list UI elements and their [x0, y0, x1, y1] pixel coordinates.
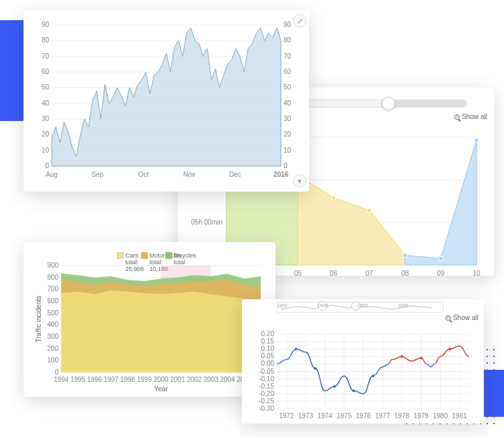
- svg-text:90: 90: [42, 21, 50, 28]
- svg-text:0.15: 0.15: [261, 337, 275, 345]
- svg-text:40: 40: [42, 100, 50, 107]
- svg-text:0: 0: [45, 162, 49, 169]
- svg-text:1998: 1998: [120, 376, 136, 383]
- svg-point-147: [448, 348, 451, 350]
- svg-text:Oct: Oct: [138, 171, 149, 178]
- svg-point-140: [295, 348, 298, 350]
- svg-text:1978: 1978: [394, 412, 410, 420]
- svg-text:Year: Year: [154, 385, 168, 393]
- svg-text:-0.30: -0.30: [259, 405, 274, 412]
- svg-text:40: 40: [284, 100, 292, 107]
- svg-text:50: 50: [42, 83, 50, 91]
- svg-text:30: 30: [42, 115, 50, 122]
- svg-text:60: 60: [284, 68, 292, 75]
- time-slider-handle-right[interactable]: [382, 97, 395, 110]
- svg-text:70: 70: [284, 52, 292, 60]
- svg-text:100: 100: [47, 356, 58, 364]
- svg-rect-17: [474, 138, 478, 143]
- svg-text:70: 70: [42, 52, 50, 60]
- svg-text:60: 60: [42, 68, 50, 75]
- svg-text:200: 200: [47, 344, 58, 352]
- chart-stock: 00101020203030404050506060707080809090Au…: [33, 19, 300, 181]
- legend-item-cars[interactable]: Cars total: 25,908: [117, 251, 134, 259]
- legend-item-bike[interactable]: Bicycles total: [165, 251, 183, 259]
- svg-point-142: [333, 385, 336, 388]
- svg-text:05h 00min: 05h 00min: [191, 218, 222, 226]
- svg-text:-0.15: -0.15: [259, 383, 274, 390]
- scroll-tick: 1900: [317, 303, 328, 308]
- svg-text:80: 80: [42, 36, 50, 44]
- svg-point-143: [352, 389, 355, 392]
- svg-text:0.00: 0.00: [261, 360, 275, 367]
- svg-text:600: 600: [47, 297, 58, 305]
- svg-text:90: 90: [284, 21, 292, 28]
- show-all-label: Show all: [453, 314, 478, 321]
- expand-button[interactable]: ⤢: [293, 14, 306, 28]
- svg-text:-0.25: -0.25: [259, 397, 274, 405]
- show-all-button[interactable]: Show all: [454, 113, 487, 120]
- svg-text:400: 400: [47, 321, 58, 328]
- svg-text:1976: 1976: [356, 412, 372, 420]
- legend-item-moto[interactable]: Motorcycles total: 10,180: [141, 251, 159, 259]
- scroll-tick: 1850: [277, 303, 288, 308]
- legend: Cars total: 25,908 Motorcycles total: 10…: [33, 251, 266, 259]
- svg-text:2003: 2003: [204, 376, 219, 383]
- svg-text:1997: 1997: [103, 376, 119, 383]
- svg-text:2000: 2000: [153, 376, 169, 383]
- svg-text:Dec: Dec: [229, 171, 241, 178]
- svg-text:0: 0: [54, 368, 58, 376]
- svg-text:-0.05: -0.05: [259, 368, 274, 375]
- svg-text:20: 20: [42, 130, 50, 138]
- svg-rect-15: [403, 253, 407, 257]
- svg-text:08: 08: [401, 270, 409, 277]
- svg-text:06: 06: [330, 270, 338, 277]
- svg-text:1979: 1979: [413, 412, 429, 420]
- svg-text:Nov: Nov: [183, 171, 196, 178]
- svg-text:-0.10: -0.10: [259, 375, 274, 383]
- svg-text:1995: 1995: [71, 376, 86, 383]
- scroll-tick: 2000: [398, 303, 409, 308]
- svg-text:-0.20: -0.20: [259, 390, 274, 397]
- svg-text:1980: 1980: [433, 412, 448, 420]
- svg-text:2016: 2016: [274, 171, 289, 178]
- svg-text:1999: 1999: [137, 376, 153, 383]
- svg-text:800: 800: [47, 273, 58, 280]
- svg-text:1977: 1977: [375, 412, 390, 420]
- show-all-button-2[interactable]: Show all: [446, 314, 478, 321]
- svg-text:900: 900: [47, 262, 58, 269]
- svg-text:Traffic incidents: Traffic incidents: [35, 295, 42, 342]
- svg-text:05: 05: [294, 270, 302, 277]
- svg-text:50: 50: [284, 83, 292, 91]
- svg-text:2001: 2001: [170, 376, 185, 383]
- svg-text:07: 07: [366, 270, 374, 277]
- svg-point-145: [401, 355, 403, 358]
- svg-text:700: 700: [47, 285, 58, 292]
- svg-point-141: [314, 367, 317, 370]
- svg-text:10: 10: [472, 270, 480, 277]
- chart-card-stock: ⤢ ▾ 001010202030304040505060607070808090…: [24, 10, 309, 192]
- svg-text:2002: 2002: [187, 376, 202, 383]
- chart-fluct: -0.30-0.25-0.20-0.15-0.10-0.050.000.050.…: [251, 323, 474, 421]
- svg-text:20: 20: [284, 130, 292, 138]
- svg-rect-16: [439, 257, 443, 261]
- svg-text:10: 10: [42, 147, 50, 154]
- svg-text:0.05: 0.05: [261, 352, 275, 360]
- svg-text:0: 0: [284, 162, 288, 169]
- svg-text:1996: 1996: [87, 376, 102, 383]
- svg-point-144: [372, 374, 374, 377]
- svg-text:1975: 1975: [337, 412, 352, 420]
- zoom-icon: [446, 315, 451, 321]
- show-all-label: Show all: [462, 113, 487, 120]
- svg-text:Sep: Sep: [91, 171, 103, 178]
- svg-text:09: 09: [437, 270, 445, 277]
- svg-rect-13: [368, 208, 372, 212]
- chart-card-traffic: Cars total: 25,908 Motorcycles total: 10…: [24, 242, 276, 397]
- chart-card-fluct: Show all -0.30-0.25-0.20-0.15-0.10-0.050…: [242, 299, 484, 424]
- svg-text:300: 300: [47, 333, 58, 340]
- svg-rect-12: [331, 196, 335, 200]
- svg-text:1974: 1974: [317, 412, 333, 420]
- svg-text:30: 30: [284, 115, 292, 122]
- zoom-icon: [454, 114, 460, 120]
- collapse-button[interactable]: ▾: [293, 174, 306, 188]
- svg-text:2004: 2004: [220, 376, 235, 383]
